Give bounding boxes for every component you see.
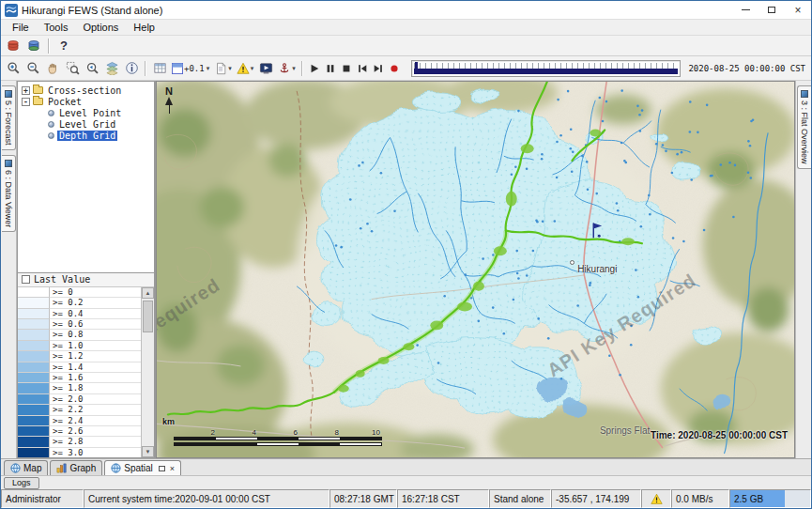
dock-tab-label: 3 : Flat Overview <box>800 100 809 164</box>
legend-label: >= 2.2 <box>50 405 141 415</box>
play-button[interactable] <box>307 59 322 78</box>
time-slider-range <box>414 69 679 74</box>
legend-label: >= 2.6 <box>50 426 141 437</box>
zoom-in-button[interactable] <box>4 59 23 78</box>
tab-map-label: Map <box>23 463 41 473</box>
minimize-button[interactable] <box>732 1 758 19</box>
tree-node-label: Level Grid <box>57 119 117 130</box>
node-icon <box>33 86 43 94</box>
legend-swatch <box>18 373 50 383</box>
menu-item[interactable]: Tools <box>37 22 76 33</box>
layers-button[interactable] <box>102 59 121 78</box>
toolbar-separator <box>48 39 50 54</box>
legend-label: >= 1.4 <box>50 362 141 373</box>
tab-spatial[interactable]: Spatial × <box>104 460 181 475</box>
record-button[interactable] <box>387 59 402 78</box>
legend-title: Last Value <box>34 274 90 285</box>
expand-toggle-icon[interactable]: - <box>22 98 30 106</box>
display-button[interactable] <box>256 59 275 78</box>
interval-dropdown[interactable]: +0.1 ▾ <box>170 59 211 78</box>
pause-button[interactable] <box>323 59 338 78</box>
legend-label: >= 2.4 <box>50 416 141 426</box>
left-dock-strip: 5 : Forecast 6 : Data Viewer <box>1 81 17 458</box>
status-coordinates: -35.657 , 174.199 <box>551 489 641 508</box>
expand-toggle-icon[interactable]: + <box>22 86 30 95</box>
menu-item[interactable]: Help <box>126 22 162 33</box>
legend-row: >= 2.6 <box>18 426 141 437</box>
legend-scrollbar[interactable]: ▲ ▼ <box>142 287 154 457</box>
legend-header: Last Value <box>18 273 154 287</box>
scrollbar-track[interactable] <box>142 299 154 446</box>
scale-tick-label: 4 <box>215 428 256 437</box>
warnings-dropdown[interactable]: ▾ <box>235 59 256 78</box>
info-button[interactable] <box>122 59 141 78</box>
zoom-previous-button[interactable] <box>83 59 101 78</box>
scale-segments <box>174 442 382 446</box>
warning-icon <box>651 493 663 505</box>
logs-button[interactable]: Logs <box>4 477 39 489</box>
database-icon[interactable] <box>4 37 23 55</box>
interval-value: +0.1 <box>184 64 205 73</box>
legend-swatch <box>18 405 50 415</box>
close-tab-icon[interactable]: × <box>170 464 175 473</box>
left-panel: + Cross-section - Pocket Level Point <box>17 81 156 458</box>
legend-row: >= 0 <box>18 287 141 298</box>
tree-node[interactable]: Level Grid <box>35 118 152 130</box>
legend-body: >= 0 >= 0.2 >= 0.4 <box>18 287 154 457</box>
scrolling-dropdown[interactable]: ▾ <box>212 59 234 78</box>
menu-item[interactable]: Options <box>75 22 126 33</box>
zoom-out-button[interactable] <box>23 59 42 78</box>
detach-window-icon[interactable] <box>159 466 165 471</box>
close-button[interactable]: × <box>785 1 811 19</box>
dock-tab[interactable]: 5 : Forecast <box>2 85 16 150</box>
legend-row: >= 2.0 <box>18 394 141 405</box>
status-gmt-time: 08:27:18 GMT <box>329 489 397 508</box>
dock-tab[interactable]: 3 : Flat Overview <box>797 85 811 169</box>
step-back-button[interactable] <box>355 59 370 78</box>
stop-button[interactable] <box>339 59 354 78</box>
tree-node[interactable]: Depth Grid <box>35 130 152 141</box>
step-forward-button[interactable] <box>371 59 386 78</box>
legend-label: >= 2.8 <box>50 437 141 447</box>
status-warning[interactable] <box>641 489 671 508</box>
tab-map[interactable]: Map <box>4 460 48 475</box>
scale-tick-label: 2 <box>174 428 215 437</box>
zoom-region-button[interactable] <box>63 59 82 78</box>
dock-tab-label: 6 : Data Viewer <box>4 170 13 227</box>
legend-label: >= 1.0 <box>50 341 141 351</box>
node-icon <box>33 98 43 105</box>
tree-node[interactable]: + Cross-section <box>20 85 152 96</box>
pan-button[interactable] <box>43 59 62 78</box>
window-title: Hikurangi FEWS (Stand alone) <box>22 5 162 16</box>
map-view[interactable]: N API Key Required API Key Required Hiku… <box>156 81 795 458</box>
legend-row: >= 1.0 <box>18 341 141 351</box>
scale-tick-label: 6 <box>256 428 298 437</box>
logs-row: Logs <box>1 475 811 489</box>
legend-swatch <box>18 341 50 351</box>
scroll-up-icon[interactable]: ▲ <box>142 287 154 299</box>
panel-icon <box>801 90 808 98</box>
scroll-down-icon[interactable]: ▼ <box>142 446 154 457</box>
area-label: Springs Flat <box>600 425 650 436</box>
tree-node[interactable]: - Pocket <box>20 96 152 107</box>
right-dock-strip: 3 : Flat Overview <box>795 81 811 458</box>
grid-display-button[interactable] <box>150 59 169 78</box>
legend-row: >= 2.8 <box>18 437 141 447</box>
time-slider[interactable] <box>411 60 682 77</box>
dock-tab[interactable]: 6 : Data Viewer <box>2 155 16 232</box>
tab-graph[interactable]: Graph <box>50 460 102 475</box>
legend-label: >= 0 <box>50 287 141 298</box>
status-bar: Administrator Current system time:2020-0… <box>1 489 811 508</box>
help-button[interactable]: ? <box>54 37 73 55</box>
profile-tool-dropdown[interactable]: ▾ <box>276 59 298 78</box>
last-value-checkbox[interactable] <box>22 275 30 284</box>
legend-swatch <box>18 437 50 447</box>
tree-node-label: Pocket <box>46 97 84 107</box>
menu-item[interactable]: File <box>5 22 37 33</box>
town-label: Hikurangi <box>577 264 617 274</box>
maximize-button[interactable] <box>758 1 785 19</box>
tree-node[interactable]: Level Point <box>35 107 152 118</box>
archive-database-icon[interactable] <box>24 37 43 55</box>
scrollbar-thumb[interactable] <box>143 301 153 332</box>
globe-icon <box>10 463 21 473</box>
